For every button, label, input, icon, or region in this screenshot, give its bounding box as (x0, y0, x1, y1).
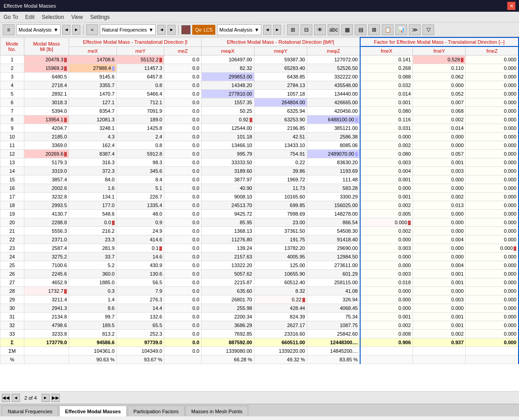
analysis-dropdown[interactable]: Modal Analysis ▼ (16, 24, 60, 35)
cell-meφY: 2784.13 (254, 81, 307, 90)
icon-btn2[interactable]: ⊟ (301, 24, 312, 35)
cell-fmeY: 0.000 (413, 227, 466, 235)
sum-cell: 0.000 (466, 338, 519, 347)
nav-next3[interactable]: ► (273, 25, 281, 35)
cell-fmeY: 0.002 (413, 193, 466, 201)
cell-fmeZ: 0.000 (466, 90, 519, 98)
cell-meφX: 3189.60 (201, 167, 254, 175)
cell-meX: 0.3 (69, 287, 117, 295)
icon-btn6[interactable]: ▤ (355, 24, 366, 35)
nav-prev3[interactable]: ◄ (263, 25, 271, 35)
cell-meX: 23.3 (69, 235, 117, 244)
table-row: 173232.8134.1226.70.09008.1010165.603300… (0, 193, 519, 201)
sumM-cell: 14845200.... (307, 347, 360, 355)
nav-prev2[interactable]: ◄ (158, 25, 166, 35)
cell-meZ: 0.0 (164, 124, 201, 133)
cell-mi: 4204.7 (24, 124, 69, 133)
next-page-btn[interactable]: ► (42, 394, 50, 402)
cell-mi: 20269.6 (24, 150, 69, 158)
cell-meφY: 59387.30 (254, 55, 307, 64)
sumM-cell: 0.0 (164, 347, 201, 355)
tab-participation-factors[interactable]: Participation Factors (128, 406, 185, 416)
cell-meφZ: 83630.20 (307, 158, 360, 167)
table-row: 162002.61.65.10.040.9011.73583.280.0000.… (0, 184, 519, 193)
table-row: 257100.65.2430.90.013322.20125.00273611.… (0, 261, 519, 270)
table-row: 143319.0372.3345.60.03189.6039.861193.69… (0, 167, 519, 175)
icon-btn9[interactable]: 📊 (395, 24, 407, 35)
cell-meφX: 2157.63 (201, 253, 254, 261)
cell-mi: 3018.3 (24, 98, 69, 107)
cell-mi: 2288.8 (24, 218, 69, 227)
cell-meφZ: 332222.00 (307, 73, 360, 81)
menu-settings[interactable]: Settings (90, 14, 110, 20)
sum-cell: 94586.6 (69, 338, 117, 347)
cell-mi: 3857.4 (24, 175, 69, 184)
cell-meY: 24.9 (116, 227, 164, 235)
tab-natural-frequencies[interactable]: Natural Frequencies (2, 406, 58, 416)
tab-masses-mesh-points[interactable]: Masses in Mesh Points (185, 406, 248, 416)
menu-view[interactable]: View (71, 14, 83, 20)
sum-cell: 660511.00 (254, 338, 307, 347)
first-page-btn[interactable]: ◀◀ (2, 394, 10, 402)
cell-meφY: 23316.60 (254, 330, 307, 338)
cell-meY: 56.5 (116, 278, 164, 287)
sum-row: Σ173779.094586.697739.00.0887592.0066051… (0, 338, 519, 347)
cell-meX: 281.9 (69, 244, 117, 253)
menu-edit[interactable]: Edit (25, 14, 35, 20)
icon-btn5[interactable]: ▦ (341, 24, 353, 35)
cell-mode: 12 (0, 150, 24, 158)
sum-cell: 0.937 (413, 338, 466, 347)
table-row: 1220269.68387.45912.80.0995.79754.912489… (0, 150, 519, 158)
toolbar-icon1[interactable]: ≡ (3, 24, 14, 35)
frequencies-dropdown[interactable]: Natural Frequencies ▼ (100, 24, 156, 35)
icon-btn7[interactable]: ⊠ (368, 24, 380, 35)
cell-meX: 189.5 (69, 321, 117, 330)
cell-fmeZ: 0.000 (466, 73, 519, 81)
cell-fmeZ: 0.000 (466, 270, 519, 278)
cell-fmeX: 0.080 (360, 107, 413, 115)
percent-cell (360, 355, 413, 364)
icon-btn1[interactable]: ⊞ (287, 24, 299, 35)
last-page-btn[interactable]: ▶▶ (51, 394, 60, 402)
cell-fmeZ: 0.000 (466, 81, 519, 90)
cell-fmeX: 0.005 (360, 210, 413, 218)
cell-fmeX: 0.088 (360, 73, 413, 81)
table-row: 281732.70.37.90.0635.608.3241.080.0000.0… (0, 287, 519, 295)
cell-fmeY: 0.528 (413, 55, 466, 64)
cell-meY: 7.9 (116, 287, 164, 295)
color-box[interactable] (181, 25, 190, 34)
cell-meφX: 3686.29 (201, 321, 254, 330)
cell-mode: 28 (0, 287, 24, 295)
cell-fmeX: 0.001 (360, 175, 413, 184)
icon-btn4[interactable]: abc (328, 24, 339, 35)
prev-page-btn[interactable]: ◄ (12, 394, 20, 402)
icon-btn11[interactable]: ▽ (422, 24, 434, 35)
main-table: ModeNo. Modal MassMi [lb] Effective Moda… (0, 37, 519, 364)
nav-next1[interactable]: ► (72, 25, 80, 35)
close-button[interactable]: ✕ (507, 2, 515, 10)
cell-meφY: 6325.94 (254, 107, 307, 115)
analysis2-dropdown[interactable]: Modal Analysis ▼ (217, 24, 261, 35)
cell-meφX: 139.24 (201, 244, 254, 253)
menu-goto[interactable]: Go To (4, 14, 18, 20)
analysis2-label: Modal Analysis (219, 27, 252, 32)
cell-meφY: 0.22 (254, 158, 307, 167)
tab-effective-modal-masses[interactable]: Effective Modal Masses (59, 406, 127, 416)
col-header-meZ: meZ (164, 46, 201, 55)
cell-fmeZ: 0.000 (466, 295, 519, 304)
cell-meY: 65.5 (116, 321, 164, 330)
icon-btn10[interactable]: ≫ (409, 24, 421, 35)
cell-meY: 5466.4 (116, 90, 164, 98)
menu-selection[interactable]: Selection (42, 14, 64, 20)
icon-btn8[interactable]: 📋 (382, 24, 394, 35)
cell-fmeZ: 0.000 (466, 150, 519, 158)
cell-meφZ: 420456.00 (307, 107, 360, 115)
icon-btn3[interactable]: 👁 (314, 24, 326, 35)
cell-meY: 430.9 (116, 261, 164, 270)
cell-meX: 84.0 (69, 175, 117, 184)
nav-next2[interactable]: ► (167, 25, 176, 35)
cell-meφX: 106497.00 (201, 55, 254, 64)
nav-prev1[interactable]: ◄ (62, 25, 70, 35)
sumM-row: ΣM104361.0104349.00.01339080.001339220.0… (0, 347, 519, 355)
cell-meφY: 7998.69 (254, 210, 307, 218)
